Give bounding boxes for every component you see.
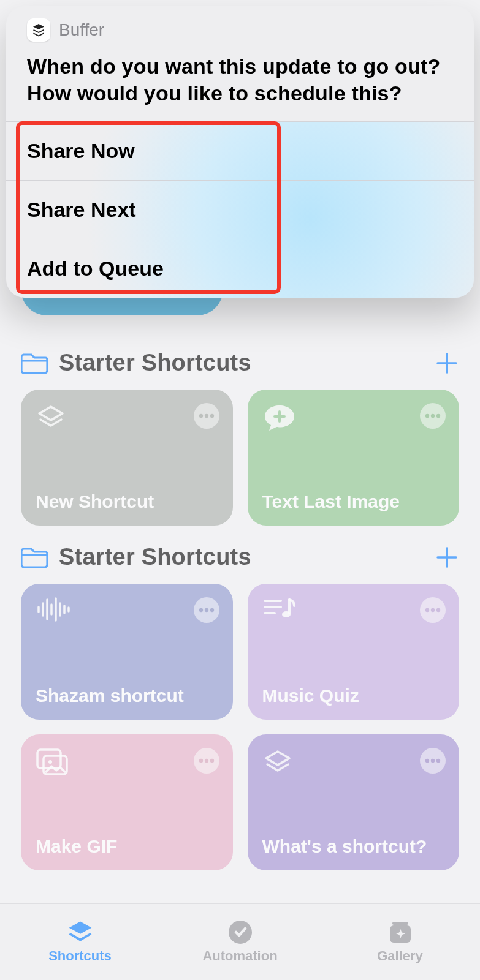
tab-bar: Shortcuts Automation ✦ Gallery xyxy=(0,903,480,980)
folder-section-1: Starter Shortcuts New Shortcut xyxy=(0,350,480,526)
tab-automation[interactable]: Automation xyxy=(160,904,320,980)
svg-point-35 xyxy=(199,759,202,763)
gallery-tab-icon: ✦ xyxy=(387,920,414,944)
add-shortcut-button[interactable] xyxy=(435,545,459,570)
tab-shortcuts[interactable]: Shortcuts xyxy=(0,904,160,980)
card-label: Make GIF xyxy=(36,836,218,857)
sheet-header: Buffer When do you want this update to g… xyxy=(6,6,474,121)
tab-label: Gallery xyxy=(377,948,423,964)
card-label: New Shortcut xyxy=(36,491,218,512)
svg-point-28 xyxy=(282,611,291,617)
svg-text:✦: ✦ xyxy=(395,928,405,940)
sheet-options: Share Now Share Next Add to Queue xyxy=(6,121,474,298)
card-more-button[interactable] xyxy=(420,403,446,429)
folder-title: Starter Shortcuts xyxy=(59,544,435,570)
card-more-button[interactable] xyxy=(194,597,219,623)
chat-plus-icon xyxy=(262,403,445,434)
svg-point-5 xyxy=(210,414,213,418)
svg-point-39 xyxy=(431,759,435,763)
card-more-button[interactable] xyxy=(194,748,219,774)
card-more-button[interactable] xyxy=(194,403,219,429)
folder-icon xyxy=(21,546,48,568)
svg-point-36 xyxy=(204,759,208,763)
svg-point-38 xyxy=(425,759,429,763)
music-list-icon xyxy=(262,597,445,623)
svg-rect-43 xyxy=(392,922,408,925)
card-label: What's a shortcut? xyxy=(262,836,445,857)
folder-icon xyxy=(21,352,48,374)
buffer-app-icon xyxy=(27,18,50,42)
svg-point-8 xyxy=(425,414,429,418)
svg-rect-32 xyxy=(37,750,61,768)
svg-point-10 xyxy=(436,414,440,418)
svg-point-37 xyxy=(210,759,213,763)
shortcut-card[interactable]: Make GIF xyxy=(21,734,233,870)
layers-icon xyxy=(36,403,218,434)
card-label: Text Last Image xyxy=(262,491,445,512)
svg-point-34 xyxy=(48,760,52,764)
layers-icon xyxy=(262,748,445,778)
svg-point-9 xyxy=(431,414,435,418)
svg-point-40 xyxy=(436,759,440,763)
option-share-now[interactable]: Share Now xyxy=(6,121,474,180)
sheet-app-name: Buffer xyxy=(59,20,104,40)
shortcut-card[interactable]: New Shortcut xyxy=(21,390,233,526)
svg-point-31 xyxy=(436,608,440,612)
folder-header[interactable]: Starter Shortcuts xyxy=(21,544,459,570)
tab-gallery[interactable]: ✦ Gallery xyxy=(320,904,480,980)
buffer-schedule-sheet: Buffer When do you want this update to g… xyxy=(6,6,474,298)
card-more-button[interactable] xyxy=(420,597,446,623)
folder-header[interactable]: Starter Shortcuts xyxy=(21,350,459,376)
tab-label: Shortcuts xyxy=(48,948,112,964)
card-label: Shazam shortcut xyxy=(36,685,218,706)
sheet-app-row: Buffer xyxy=(27,18,453,42)
add-shortcut-button[interactable] xyxy=(435,351,459,375)
tab-label: Automation xyxy=(202,948,277,964)
automation-tab-icon xyxy=(227,920,254,944)
sheet-title: When do you want this update to go out? … xyxy=(27,53,453,107)
card-label: Music Quiz xyxy=(262,685,445,706)
svg-point-22 xyxy=(199,608,202,612)
card-more-button[interactable] xyxy=(420,748,446,774)
shortcut-card[interactable]: Text Last Image xyxy=(248,390,460,526)
shortcut-card[interactable]: Music Quiz xyxy=(248,584,460,720)
svg-point-3 xyxy=(199,414,202,418)
svg-point-23 xyxy=(204,608,208,612)
shortcut-card[interactable]: Shazam shortcut xyxy=(21,584,233,720)
shortcuts-tab-icon xyxy=(67,920,94,944)
option-share-next[interactable]: Share Next xyxy=(6,180,474,239)
folder-title: Starter Shortcuts xyxy=(59,350,435,376)
shortcut-card[interactable]: What's a shortcut? xyxy=(248,734,460,870)
svg-point-4 xyxy=(204,414,208,418)
waveform-icon xyxy=(36,597,218,622)
svg-point-30 xyxy=(431,608,435,612)
photos-icon xyxy=(36,748,218,777)
option-add-to-queue[interactable]: Add to Queue xyxy=(6,239,474,298)
svg-point-24 xyxy=(210,608,213,612)
folder-section-2: Starter Shortcuts Shazam shortcut xyxy=(0,544,480,870)
svg-point-29 xyxy=(425,608,429,612)
